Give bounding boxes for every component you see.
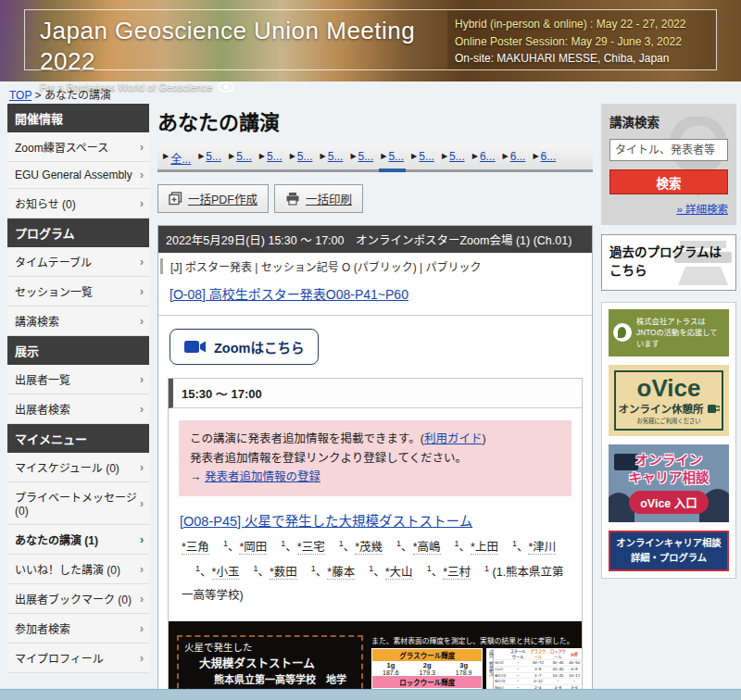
author: *三宅1、 <box>297 541 355 554</box>
notice-line1-pre: この講演に発表者追加情報を掲載できます。( <box>190 432 424 445</box>
session-title-link[interactable]: [O-08] 高校生ポスター発表O08-P41~P60 <box>170 284 581 303</box>
search-button[interactable]: 検索 <box>609 169 728 194</box>
date-tab[interactable]: ▶5... <box>346 149 377 169</box>
chem-value: 50~72 <box>528 660 548 667</box>
date-tab-label: 5... <box>297 150 313 163</box>
advanced-search-link[interactable]: » 詳細検索 <box>676 204 728 215</box>
sidebar-item[interactable]: いいね！した講演 (0)› <box>7 555 149 584</box>
sidebar-item[interactable]: 出展者ブックマーク (0)› <box>7 584 149 614</box>
sidebar-item[interactable]: マイスケジュール (0)› <box>7 453 149 482</box>
zoom-join-button[interactable]: Zoomはこちら <box>170 329 319 365</box>
chem-row-label: SiO2 <box>494 660 508 667</box>
sidebar-item[interactable]: お知らせ (0)› <box>7 189 149 219</box>
author-name-link[interactable]: *藤本 <box>327 566 355 580</box>
toolbar: 一括PDF作成 一括印刷 <box>157 184 593 213</box>
triangle-icon: ▶ <box>320 152 326 160</box>
notice-arrow: → <box>190 470 205 483</box>
date-tab[interactable]: ▶5... <box>286 149 317 169</box>
date-tab[interactable]: ▶6... <box>529 149 559 169</box>
jnto-ad-banner[interactable]: 株式会社アトラスは JNTOの活動を応援しています <box>609 309 729 356</box>
past-program-box[interactable]: 過去のプログラムはこちら <box>601 234 736 291</box>
sidebar-item[interactable]: 出展者検索› <box>7 394 149 424</box>
author-name-link[interactable]: *三角 <box>182 541 209 555</box>
batch-pdf-button[interactable]: 一括PDF作成 <box>157 184 269 213</box>
sidebar-section-header: 開催情報 <box>7 104 149 132</box>
sidebar-item[interactable]: 出展者一覧› <box>7 365 149 394</box>
search-title: 講演検索 <box>609 112 728 131</box>
triangle-icon: ▶ <box>259 152 265 160</box>
author: *小玉1、 <box>212 566 270 579</box>
author-name-link[interactable]: *高嶋 <box>413 541 441 555</box>
presentation-title-link[interactable]: [O08-P45] 火星で発生した大規模ダストストーム <box>180 510 571 530</box>
date-tab[interactable]: ▶6... <box>499 149 530 169</box>
date-tab[interactable]: ▶5... <box>225 149 256 169</box>
ovice-lounge-ad-banner[interactable]: oVice オンライン休憩所 お気軽にご利用ください <box>609 365 729 437</box>
author-name-link[interactable]: *茂幾 <box>355 541 383 555</box>
sidebar-item[interactable]: あなたの講演 (1)› <box>7 525 149 555</box>
chem-value: − <box>508 660 528 667</box>
batch-print-button[interactable]: 一括印刷 <box>274 184 363 213</box>
measurement-table-header: グラスウール輝度 <box>372 649 482 661</box>
author: *岡田1、 <box>239 541 296 554</box>
chem-value: − <box>508 679 528 685</box>
chevron-right-icon: › <box>140 256 144 269</box>
date-tab[interactable]: ▶5... <box>256 149 286 169</box>
author-name-link[interactable]: *三村 <box>443 566 471 580</box>
sidebar-item-label: 出展者一覧 <box>15 371 140 387</box>
date-tab[interactable]: ▶5... <box>317 149 347 169</box>
sidebar-item-label: セッション一覧 <box>15 283 140 299</box>
author-name-link[interactable]: *大山 <box>385 566 413 580</box>
advanced-search-row: » 詳細検索 <box>609 201 728 216</box>
chem-value: 1~7 <box>528 672 548 679</box>
author: *高嶋1、 <box>413 541 471 554</box>
main-column: あなたの講演 ▶全...▶5...▶5...▶5...▶5...▶5...▶5.… <box>157 104 593 700</box>
date-tab[interactable]: ▶6... <box>469 149 499 169</box>
sidebar-item[interactable]: EGU General Assembly› <box>7 162 149 189</box>
triangle-icon: ▶ <box>503 152 509 160</box>
video-camera-icon <box>184 340 207 354</box>
triangle-icon: ▶ <box>229 152 234 160</box>
search-input[interactable] <box>609 139 728 161</box>
register-additional-info-link[interactable]: 発表者追加情報の登録 <box>205 470 320 483</box>
career-consult-ad-banner[interactable]: オンライン キャリア相談 oVice 入口 <box>609 444 729 521</box>
triangle-icon: ▶ <box>533 152 538 160</box>
chem-col-header: 火星 <box>568 649 581 660</box>
sidebar-item[interactable]: Zoom練習スペース› <box>7 132 149 162</box>
author-name-link[interactable]: *津川 <box>528 541 556 555</box>
sidebar-item[interactable]: 講演検索› <box>7 306 149 336</box>
sidebar-item[interactable]: プライベートメッセージ (0)› <box>7 482 149 525</box>
sidebar-item-label: いいね！した講演 (0) <box>15 561 140 577</box>
triangle-icon: ▶ <box>198 152 204 160</box>
author-separator: 、 <box>432 566 444 579</box>
date-tab[interactable]: ▶5... <box>377 149 408 169</box>
session-meta: [J] ポスター発表 | セッション記号 O (パブリック) | パブリック <box>160 258 584 274</box>
sidebar-item[interactable]: タイムテーブル› <box>7 247 149 277</box>
sidebar-item-label: Zoom練習スペース <box>15 139 140 155</box>
author-separator: 、 <box>459 541 471 554</box>
date-tab[interactable]: ▶5... <box>408 149 438 169</box>
sidebar-item[interactable]: セッション一覧› <box>7 277 149 306</box>
chem-value: − <box>508 667 528 673</box>
author-separator: 、 <box>344 541 356 554</box>
sidebar-item[interactable]: マイプロフィール› <box>7 644 149 673</box>
author-separator: 、 <box>316 566 328 579</box>
author-name-link[interactable]: *三宅 <box>297 541 325 555</box>
breadcrumb-home-link[interactable]: TOP <box>9 89 31 102</box>
date-tab-label: 5... <box>206 150 221 163</box>
date-tab[interactable]: ▶5... <box>438 149 469 169</box>
chem-value: 6~8 <box>568 667 581 673</box>
author-name-link[interactable]: *小玉 <box>212 566 240 580</box>
date-tab[interactable]: ▶全... <box>159 149 195 169</box>
author-name-link[interactable]: *岡田 <box>239 541 267 555</box>
presentation-box: 15:30 ～ 17:00 この講演に発表者追加情報を掲載できます。(利用ガイド… <box>168 378 583 700</box>
date-tab[interactable]: ▶5... <box>195 149 225 169</box>
sidebar-item-label: プライベートメッセージ (0) <box>15 489 140 518</box>
chem-value: 10~17 <box>568 672 581 679</box>
author-separator: 、 <box>257 566 270 579</box>
usage-guide-link[interactable]: 利用ガイド <box>424 432 483 445</box>
author-name-link[interactable]: *上田 <box>471 541 498 555</box>
sidebar-item[interactable]: 参加者検索› <box>7 614 149 644</box>
ovice-entrance-button[interactable]: oVice 入口 <box>629 491 709 514</box>
career-detail-button[interactable]: オンラインキャリア相談 詳細・プログラム <box>609 531 729 571</box>
author-name-link[interactable]: *薮田 <box>270 566 297 580</box>
